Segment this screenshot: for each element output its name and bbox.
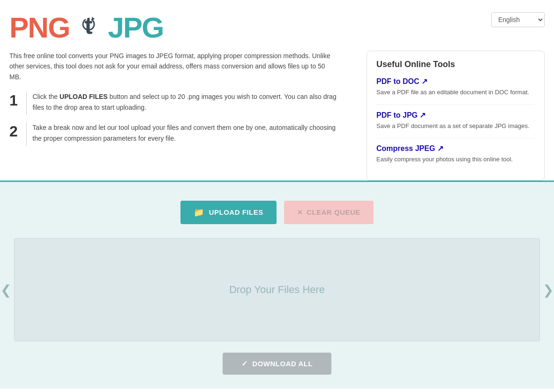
nav-left-arrow[interactable]: ❮ [0, 282, 11, 297]
right-sidebar: Useful Online Tools PDF to DOC ↗ Save a … [367, 51, 545, 181]
step-2-text: Take a break now and let our tool upload… [32, 122, 337, 143]
clear-queue-button[interactable]: ✕ CLEAR QUEUE [284, 201, 374, 224]
download-all-area: ✓ DOWNLOAD ALL [9, 341, 545, 389]
sidebar-tool-pdf-to-jpg: PDF to JPG ↗ Save a PDF document as a se… [376, 111, 535, 131]
upload-button-label: UPLOAD FILES [209, 208, 263, 216]
download-all-label: DOWNLOAD ALL [252, 360, 313, 368]
main-content: This free online tool converts your PNG … [0, 51, 554, 181]
step-1: 1 Click the UPLOAD FILES button and sele… [9, 91, 337, 115]
left-content: This free online tool converts your PNG … [9, 51, 357, 181]
language-select[interactable]: English Español Français Deutsch 中文 [491, 12, 545, 27]
drop-text: Drop Your Files Here [229, 284, 325, 296]
sidebar-divider-1 [376, 105, 535, 105]
clear-button-label: CLEAR QUEUE [307, 208, 360, 216]
step-2-number: 2 [9, 122, 21, 140]
logo-jpg: JPG [108, 11, 163, 44]
svg-text:t: t [85, 12, 93, 39]
refresh-icon: t [74, 10, 103, 39]
download-all-button[interactable]: ✓ DOWNLOAD ALL [223, 353, 331, 375]
pdf-to-doc-link[interactable]: PDF to DOC ↗ [376, 77, 535, 86]
pdf-to-doc-label: PDF to DOC ↗ [376, 77, 427, 86]
description-text: This free online tool converts your PNG … [9, 51, 337, 82]
step-1-number: 1 [9, 91, 21, 109]
step-1-text: Click the UPLOAD FILES button and select… [32, 91, 337, 113]
nav-right-arrow[interactable]: ❯ [543, 282, 554, 297]
sidebar-divider-2 [376, 138, 535, 138]
pdf-to-doc-desc: Save a PDF file as an editable document … [376, 88, 535, 97]
upload-icon: 📁 [194, 207, 204, 218]
pdf-to-jpg-label: PDF to JPG ↗ [376, 111, 426, 120]
language-selector-area: English Español Français Deutsch 中文 [491, 8, 545, 27]
clear-icon: ✕ [297, 209, 303, 216]
upload-buttons: 📁 UPLOAD FILES ✕ CLEAR QUEUE [9, 201, 545, 224]
pdf-to-jpg-desc: Save a PDF document as a set of separate… [376, 121, 535, 131]
steps-container: 1 Click the UPLOAD FILES button and sele… [9, 91, 337, 146]
step-2: 2 Take a break now and let our tool uplo… [9, 122, 337, 146]
sidebar-tool-pdf-to-doc: PDF to DOC ↗ Save a PDF file as an edita… [376, 77, 535, 97]
sidebar-tool-compress-jpeg: Compress JPEG ↗ Easily compress your pho… [376, 144, 535, 164]
compress-jpeg-desc: Easily compress your photos using this o… [376, 155, 535, 164]
upload-files-button[interactable]: 📁 UPLOAD FILES [180, 201, 277, 224]
header: PNG t JPG English Español Français Deuts… [0, 0, 554, 51]
compress-jpeg-label: Compress JPEG ↗ [376, 144, 443, 153]
pdf-to-jpg-link[interactable]: PDF to JPG ↗ [376, 111, 535, 120]
upload-section: 📁 UPLOAD FILES ✕ CLEAR QUEUE ❮ Drop Your… [0, 181, 554, 389]
compress-jpeg-link[interactable]: Compress JPEG ↗ [376, 144, 535, 153]
sidebar-title: Useful Online Tools [376, 60, 535, 69]
logo-png: PNG [9, 11, 69, 44]
step-2-divider [26, 122, 27, 146]
logo: PNG t JPG [9, 8, 163, 46]
drop-area[interactable]: ❮ Drop Your Files Here ❯ [14, 238, 540, 341]
logo-to: t [72, 8, 105, 46]
step-1-divider [26, 91, 27, 115]
download-check-icon: ✓ [241, 359, 248, 368]
